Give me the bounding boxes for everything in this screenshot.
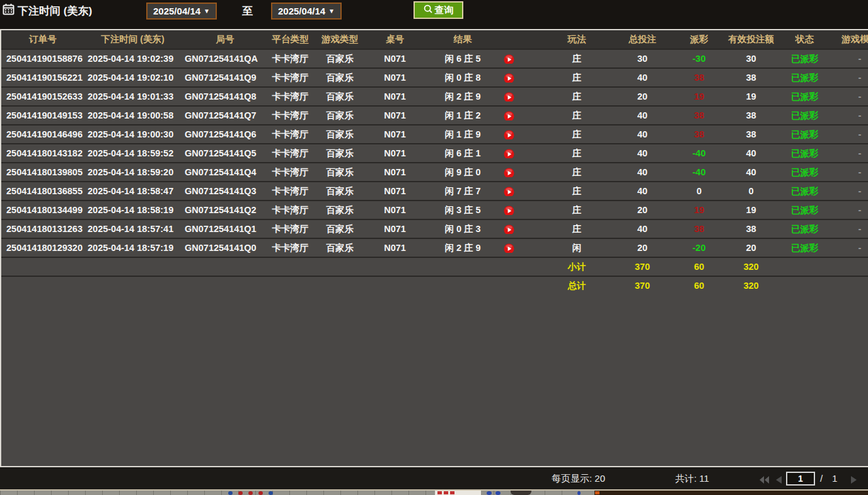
subtotal-label: 小计 bbox=[543, 258, 611, 276]
play-icon[interactable] bbox=[504, 223, 514, 234]
cell-result: 闲 2 庄 9 bbox=[422, 88, 504, 105]
table-row: 250414190146496 2025-04-14 19:00:30 GN07… bbox=[1, 124, 868, 143]
cell-status: 已派彩 bbox=[778, 201, 831, 219]
cell-game-type: 百家乐 bbox=[311, 239, 368, 257]
col-header-play-type: 玩法 bbox=[543, 30, 611, 49]
background-panel-fragment bbox=[594, 491, 868, 495]
bet-time-title: 下注时间 (美东) bbox=[3, 3, 92, 18]
play-icon[interactable] bbox=[504, 204, 514, 215]
cell-platform: 卡卡湾厅 bbox=[269, 107, 311, 124]
cell-valid-bet: 19 bbox=[724, 201, 778, 219]
play-icon[interactable] bbox=[504, 185, 514, 196]
cell-result: 闲 9 庄 0 bbox=[422, 163, 504, 181]
total-row: 总计 370 60 320 bbox=[1, 276, 868, 294]
bead-dot bbox=[258, 491, 263, 495]
cell-replay bbox=[504, 107, 543, 124]
cell-replay bbox=[504, 201, 543, 219]
cell-total-bet: 40 bbox=[611, 107, 674, 124]
cell-round-id: GN071254141Q5 bbox=[181, 144, 269, 162]
cell-round-id: GN071254141Q9 bbox=[181, 69, 269, 86]
cell-replay bbox=[504, 50, 543, 67]
play-icon[interactable] bbox=[504, 53, 514, 64]
table-row: 250414190156221 2025-04-14 19:02:10 GN07… bbox=[1, 67, 868, 86]
col-header-round-id: 局号 bbox=[181, 30, 269, 49]
cell-status: 已派彩 bbox=[778, 125, 831, 143]
play-icon[interactable] bbox=[504, 110, 514, 120]
date-to-picker[interactable]: 2025/04/14 ▼ bbox=[271, 3, 342, 20]
cell-game-mode: - bbox=[831, 220, 868, 238]
col-header-game-type: 游戏类型 bbox=[311, 30, 368, 49]
cell-replay bbox=[504, 163, 543, 181]
cell-bet-time: 2025-04-14 19:02:10 bbox=[84, 69, 181, 86]
cell-bet-time: 2025-04-14 19:02:39 bbox=[84, 50, 181, 67]
total-label: 总计 bbox=[543, 277, 611, 294]
bead-dot bbox=[228, 491, 233, 495]
query-button[interactable]: 查询 bbox=[414, 1, 463, 19]
cell-total-bet: 30 bbox=[611, 50, 674, 67]
cell-game-mode: - bbox=[831, 144, 868, 162]
subtotal-payout: 60 bbox=[674, 258, 724, 276]
next-page-icon[interactable] bbox=[851, 475, 857, 486]
cell-total-bet: 40 bbox=[611, 182, 674, 200]
cell-status: 已派彩 bbox=[778, 163, 831, 181]
cell-status: 已派彩 bbox=[778, 88, 831, 105]
background-accent-fragment bbox=[595, 491, 599, 494]
background-label-fragment bbox=[435, 491, 481, 495]
first-page-icon[interactable] bbox=[760, 475, 769, 486]
cell-table-no: N071 bbox=[368, 163, 422, 181]
cell-payout: 38 bbox=[674, 220, 724, 238]
cell-round-id: GN071254141Q1 bbox=[181, 220, 269, 238]
cell-game-mode: - bbox=[831, 182, 868, 200]
per-page-label: 每页显示: 20 bbox=[552, 467, 605, 489]
play-icon[interactable] bbox=[504, 148, 514, 158]
background-roadmap-strip bbox=[0, 491, 594, 495]
date-from-picker[interactable]: 2025/04/14 ▼ bbox=[146, 3, 217, 20]
cell-play-type: 庄 bbox=[543, 50, 611, 67]
cell-platform: 卡卡湾厅 bbox=[269, 144, 311, 162]
table-row: 250414180131263 2025-04-14 18:57:41 GN07… bbox=[1, 219, 868, 238]
table-empty-area bbox=[1, 294, 868, 466]
cell-result: 闲 6 庄 1 bbox=[422, 144, 504, 162]
play-icon[interactable] bbox=[504, 242, 514, 253]
cell-valid-bet: 0 bbox=[724, 182, 778, 200]
total-total-bet: 370 bbox=[611, 277, 674, 294]
cell-status: 已派彩 bbox=[778, 220, 831, 238]
col-header-order: 订单号 bbox=[1, 30, 84, 49]
bead-dot bbox=[248, 491, 253, 495]
cell-round-id: GN071254141Q4 bbox=[181, 163, 269, 181]
pagination-footer: 每页显示: 20 共计: 11 / 1 bbox=[0, 467, 868, 489]
cell-total-bet: 40 bbox=[611, 163, 674, 181]
cell-valid-bet: 40 bbox=[724, 163, 778, 181]
cell-play-type: 庄 bbox=[543, 69, 611, 86]
cell-table-no: N071 bbox=[368, 69, 422, 86]
cell-status: 已派彩 bbox=[778, 144, 831, 162]
cell-bet-time: 2025-04-14 18:59:52 bbox=[84, 144, 181, 162]
table-header-row: 订单号 下注时间 (美东) 局号 平台类型 游戏类型 桌号 结果 玩法 总投注 … bbox=[1, 30, 868, 49]
table-row: 250414180134499 2025-04-14 18:58:19 GN07… bbox=[1, 200, 868, 219]
play-icon[interactable] bbox=[504, 72, 514, 83]
cell-bet-time: 2025-04-14 18:58:47 bbox=[84, 182, 181, 200]
play-icon[interactable] bbox=[504, 129, 514, 139]
cell-order: 250414190158876 bbox=[1, 50, 84, 67]
cell-platform: 卡卡湾厅 bbox=[269, 69, 311, 86]
cell-payout: 0 bbox=[674, 182, 724, 200]
cell-round-id: GN071254141Q7 bbox=[181, 107, 269, 124]
cell-payout: 19 bbox=[674, 88, 724, 105]
page-input[interactable] bbox=[786, 472, 815, 486]
cell-play-type: 庄 bbox=[543, 88, 611, 105]
cell-bet-time: 2025-04-14 19:01:33 bbox=[84, 88, 181, 105]
prev-page-icon[interactable] bbox=[776, 475, 782, 486]
cell-table-no: N071 bbox=[368, 88, 422, 105]
cell-game-type: 百家乐 bbox=[311, 201, 368, 219]
cell-payout: 38 bbox=[674, 125, 724, 143]
total-payout: 60 bbox=[674, 277, 724, 294]
to-label: 至 bbox=[242, 4, 253, 18]
play-icon[interactable] bbox=[504, 91, 514, 102]
cell-platform: 卡卡湾厅 bbox=[269, 88, 311, 105]
col-header-valid-bet: 有效投注额 bbox=[724, 30, 778, 49]
col-header-platform: 平台类型 bbox=[269, 30, 311, 49]
play-icon[interactable] bbox=[504, 166, 514, 177]
cell-status: 已派彩 bbox=[778, 239, 831, 257]
cell-order: 250414190152633 bbox=[1, 88, 84, 105]
cell-status: 已派彩 bbox=[778, 50, 831, 67]
